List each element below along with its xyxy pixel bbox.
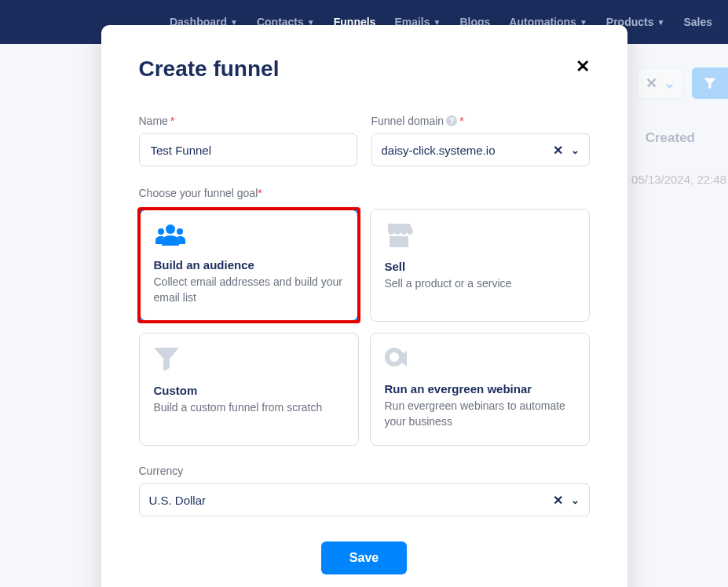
goal-desc: Collect email addresses and build your e… <box>154 275 344 305</box>
create-funnel-modal: Create funnel ✕ Name* Funnel domain?* da… <box>101 25 627 587</box>
goal-title: Custom <box>154 384 344 397</box>
svg-point-5 <box>390 352 399 362</box>
chevron-down-icon: ▼ <box>657 18 665 27</box>
webinar-icon <box>385 348 575 373</box>
chevron-down-icon[interactable]: ⌄ <box>571 494 580 506</box>
close-icon[interactable]: ✕ <box>576 57 590 77</box>
chevron-down-icon[interactable]: ⌄ <box>571 144 580 156</box>
goal-title: Build an audience <box>154 258 344 272</box>
audience-icon <box>154 224 344 249</box>
clear-icon[interactable]: ✕ <box>553 143 563 158</box>
currency-value: U.S. Dollar <box>149 494 207 507</box>
goal-build-audience[interactable]: Build an audience Collect email addresse… <box>139 209 359 322</box>
goal-sell[interactable]: Sell Sell a product or a service <box>370 209 590 322</box>
clear-icon[interactable]: ✕ <box>553 493 563 508</box>
save-button[interactable]: Save <box>321 541 407 574</box>
modal-title: Create funnel <box>139 57 280 82</box>
goal-custom[interactable]: Custom Build a custom funnel from scratc… <box>139 333 359 446</box>
name-input[interactable] <box>139 133 357 166</box>
goal-desc: Run evergreen webinars to automate your … <box>385 399 575 429</box>
domain-value: daisy-click.systeme.io <box>382 144 496 157</box>
currency-label: Currency <box>139 465 590 477</box>
nav-sales[interactable]: Sales <box>683 16 712 28</box>
goal-desc: Sell a product or a service <box>385 276 575 292</box>
funnel-icon <box>154 348 344 374</box>
help-icon[interactable]: ? <box>446 115 457 126</box>
svg-point-2 <box>177 228 183 235</box>
goal-webinar[interactable]: Run an evergreen webinar Run evergreen w… <box>370 333 590 446</box>
svg-point-1 <box>158 228 164 235</box>
domain-label: Funnel domain?* <box>371 115 590 127</box>
svg-point-0 <box>166 224 175 234</box>
goal-title: Run an evergreen webinar <box>385 382 575 396</box>
goal-desc: Build a custom funnel from scratch <box>154 400 344 416</box>
currency-select[interactable]: U.S. Dollar ✕ ⌄ <box>139 483 590 516</box>
store-icon <box>385 224 575 250</box>
svg-rect-3 <box>390 236 408 247</box>
goal-title: Sell <box>385 260 575 273</box>
domain-select[interactable]: daisy-click.systeme.io ✕ ⌄ <box>371 133 590 166</box>
name-label: Name* <box>139 115 357 127</box>
goal-label: Choose your funnel goal* <box>139 187 590 199</box>
